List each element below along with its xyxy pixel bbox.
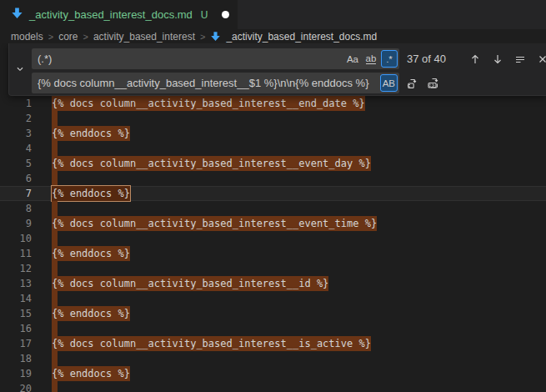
editor-line[interactable]: 19{% enddocs %} xyxy=(0,366,546,381)
editor-line[interactable]: 15{% enddocs %} xyxy=(0,306,546,321)
markdown-file-icon xyxy=(210,31,221,42)
replace-button[interactable] xyxy=(404,75,421,92)
line-number: 4 xyxy=(0,141,32,156)
find-match-highlight: {% enddocs %} xyxy=(52,306,130,321)
line-content: {% enddocs %} xyxy=(52,246,130,261)
editor-line[interactable]: 1{% docs column__activity_based_interest… xyxy=(0,96,546,111)
editor-line[interactable]: 8 xyxy=(0,201,546,216)
find-actions xyxy=(467,51,546,68)
line-number: 10 xyxy=(0,231,32,246)
line-content: {% docs column__activity_based_interest_… xyxy=(52,276,328,291)
tab-bar: _activity_based_interest_docs.md U xyxy=(0,0,546,29)
breadcrumb-item-models[interactable]: models xyxy=(11,31,43,43)
editor-line[interactable]: 16 xyxy=(0,321,546,336)
empty-line-match-highlight xyxy=(52,321,58,336)
preserve-case-button[interactable]: AB xyxy=(380,74,398,92)
breadcrumb-item-file[interactable]: _activity_based_interest_docs.md xyxy=(226,31,377,43)
tab-active-file[interactable]: _activity_based_interest_docs.md U xyxy=(0,0,238,29)
line-content xyxy=(52,381,58,392)
find-match-highlight: {% enddocs %} xyxy=(52,366,130,381)
editor-line[interactable]: 14 xyxy=(0,291,546,306)
line-number: 17 xyxy=(0,336,32,351)
editor-line[interactable]: 17{% docs column__activity_based_interes… xyxy=(0,336,546,351)
editor-line[interactable]: 20 xyxy=(0,381,546,392)
empty-line-match-highlight xyxy=(52,381,58,392)
line-content xyxy=(52,111,58,126)
line-content: {% docs column__activity_based_interest_… xyxy=(52,156,371,171)
find-match-highlight: {% docs column__activity_based_interest_… xyxy=(52,336,371,351)
line-number: 16 xyxy=(0,321,32,336)
line-number: 11 xyxy=(0,246,32,261)
git-status-badge: U xyxy=(201,9,208,21)
find-match-highlight: {% enddocs %} xyxy=(52,246,130,261)
line-content xyxy=(52,351,58,366)
line-content xyxy=(52,321,58,336)
editor-line[interactable]: 2 xyxy=(0,111,546,126)
previous-match-button[interactable] xyxy=(467,51,483,68)
line-number: 13 xyxy=(0,276,32,291)
line-number: 19 xyxy=(0,366,32,381)
editor-line[interactable]: 10 xyxy=(0,231,546,246)
line-content: {% enddocs %} xyxy=(52,306,130,321)
breadcrumb-item-activity-based-interest[interactable]: activity_based_interest xyxy=(93,31,195,43)
markdown-file-icon xyxy=(11,7,23,23)
line-number: 7 xyxy=(0,186,32,201)
editor-line[interactable]: 6 xyxy=(0,171,546,186)
line-number: 8 xyxy=(0,201,32,216)
editor-line[interactable]: 18 xyxy=(0,351,546,366)
find-match-highlight: {% docs column__activity_based_interest_… xyxy=(52,96,365,111)
current-find-match: {% enddocs %} xyxy=(52,186,130,201)
line-content xyxy=(52,261,58,276)
editor-line[interactable]: 5{% docs column__activity_based_interest… xyxy=(0,156,546,171)
line-number: 18 xyxy=(0,351,32,366)
line-number: 20 xyxy=(0,381,32,392)
whole-word-button[interactable]: ab xyxy=(363,50,379,68)
toggle-replace-chevron-icon[interactable] xyxy=(9,43,31,95)
empty-line-match-highlight xyxy=(52,261,58,276)
line-number: 9 xyxy=(0,216,32,231)
line-number: 5 xyxy=(0,156,32,171)
editor-line[interactable]: 9{% docs column__activity_based_interest… xyxy=(0,216,546,231)
editor-line[interactable]: 7{% enddocs %} xyxy=(0,186,546,201)
line-content: {% docs column__activity_based_interest_… xyxy=(52,96,365,111)
line-number: 15 xyxy=(0,306,32,321)
line-content xyxy=(52,141,58,156)
find-in-selection-button[interactable] xyxy=(512,51,528,68)
breadcrumb-separator: > xyxy=(200,32,205,42)
empty-line-match-highlight xyxy=(52,141,58,156)
results-count: 37 of 40 xyxy=(407,53,446,65)
replace-input-wrap: AB xyxy=(32,73,399,93)
editor-line[interactable]: 13{% docs column__activity_based_interes… xyxy=(0,276,546,291)
code-area: 1{% docs column__activity_based_interest… xyxy=(0,96,546,392)
close-find-button[interactable] xyxy=(534,51,546,68)
match-case-button[interactable]: Aa xyxy=(344,50,361,68)
find-match-highlight: {% enddocs %} xyxy=(52,126,130,141)
empty-line-match-highlight xyxy=(52,111,58,126)
empty-line-match-highlight xyxy=(52,231,58,246)
editor: Aa ab .* 37 of 40 xyxy=(0,43,546,392)
find-input-wrap: Aa ab .* xyxy=(32,48,399,69)
breadcrumb-item-core[interactable]: core xyxy=(58,31,78,43)
next-match-button[interactable] xyxy=(489,51,506,68)
breadcrumb-separator: > xyxy=(48,32,53,42)
line-content: {% enddocs %} xyxy=(52,126,130,141)
modified-dot-icon[interactable] xyxy=(222,11,229,18)
tab-filename: _activity_based_interest_docs.md xyxy=(29,8,193,21)
replace-input[interactable] xyxy=(32,73,399,93)
editor-line[interactable]: 3{% enddocs %} xyxy=(0,126,546,141)
regex-button[interactable]: .* xyxy=(381,50,398,68)
line-number: 2 xyxy=(0,111,32,126)
empty-line-match-highlight xyxy=(52,201,58,216)
find-replace-widget: Aa ab .* 37 of 40 xyxy=(8,43,546,96)
editor-line[interactable]: 11{% enddocs %} xyxy=(0,246,546,261)
empty-line-match-highlight xyxy=(52,351,58,366)
line-content: {% enddocs %} xyxy=(52,186,130,201)
line-number: 1 xyxy=(0,96,32,111)
editor-line[interactable]: 4 xyxy=(0,141,546,156)
breadcrumb-separator: > xyxy=(83,32,88,42)
replace-all-button[interactable] xyxy=(425,75,442,92)
editor-line[interactable]: 12 xyxy=(0,261,546,276)
line-number: 6 xyxy=(0,171,32,186)
breadcrumb: models > core > activity_based_interest … xyxy=(0,29,546,43)
find-match-highlight: {% docs column__activity_based_interest_… xyxy=(52,156,371,171)
